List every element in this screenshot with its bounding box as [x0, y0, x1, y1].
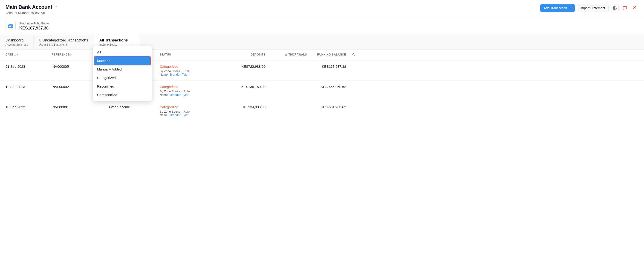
add-transaction-label: Add Transaction: [544, 6, 567, 10]
cell-deposits: KES136,150.00: [226, 85, 266, 89]
svg-point-5: [11, 26, 12, 27]
filter-option-all[interactable]: All: [94, 48, 150, 57]
cell-type: Other Income: [109, 105, 160, 109]
filter-option-matched[interactable]: Matched: [94, 57, 150, 65]
close-icon: [632, 5, 637, 10]
account-number: Account Number: xxxx7890: [6, 11, 57, 15]
tab-uncategorized-title: Uncategorized Transactions: [42, 38, 88, 42]
page-header: Main Bank Account Account Number: xxxx78…: [0, 0, 644, 17]
cell-status: CategorizedBy Zoho Books|RuleName: Brand…: [160, 85, 226, 97]
status-by: By Zoho Books: [160, 90, 180, 93]
view-tabs: Dashboard Account Summary 8 Uncategorize…: [0, 35, 644, 50]
tab-dashboard-sub: Account Summary: [6, 43, 28, 46]
chat-button[interactable]: [621, 4, 629, 12]
status-value: Categorized: [160, 65, 226, 68]
status-value: Categorized: [160, 85, 226, 89]
import-statement-button[interactable]: Import Statement: [577, 4, 608, 12]
cell-reference: INV000001: [52, 105, 109, 109]
caret-down-icon[interactable]: [132, 40, 134, 44]
chat-icon: [622, 6, 627, 10]
uncategorized-count: 8: [39, 38, 42, 42]
status-name-link[interactable]: Brandon Tyler: [170, 93, 188, 97]
filter-option-categorized[interactable]: Categorized: [94, 74, 150, 82]
tab-uncategorized-sub: From Bank Statements: [39, 43, 88, 46]
table-row[interactable]: 18 Sep 2023INV000001Other IncomeCategori…: [0, 101, 644, 121]
status-rule: Rule: [184, 69, 190, 73]
wallet-icon: [6, 21, 16, 31]
status-rule: Rule: [184, 110, 190, 113]
tab-uncategorized[interactable]: 8 Uncategorized Transactions From Bank S…: [34, 35, 94, 50]
col-running[interactable]: Running Balance: [307, 53, 346, 57]
tab-dashboard[interactable]: Dashboard Account Summary: [0, 35, 34, 50]
add-transaction-button[interactable]: Add Transaction: [540, 4, 574, 12]
status-by: By Zoho Books: [160, 110, 180, 113]
filter-option-manually-added[interactable]: Manually Added: [94, 65, 150, 74]
status-name-link[interactable]: Brandon Tyler: [170, 73, 188, 76]
search-icon: [352, 53, 355, 56]
status-name-label: Name:: [160, 73, 168, 76]
gear-icon: [613, 6, 617, 10]
cell-status: CategorizedBy Zoho Books|RuleName: Brand…: [160, 105, 226, 117]
cell-deposits: KES34,038.00: [226, 105, 266, 109]
svg-point-0: [614, 8, 616, 9]
svg-marker-6: [132, 42, 134, 43]
filter-option-unreconciled[interactable]: Unreconciled: [94, 91, 150, 99]
svg-line-8: [354, 55, 354, 56]
col-deposits[interactable]: Deposits: [226, 53, 266, 57]
tab-all-title: All Transactions: [100, 38, 128, 42]
tab-dashboard-title: Dashboard: [6, 38, 28, 42]
cell-date: 18 Sep 2023: [6, 85, 52, 89]
sort-icon: ▲▼: [14, 54, 18, 56]
close-button[interactable]: [631, 5, 638, 11]
cell-date: 18 Sep 2023: [6, 105, 52, 109]
chevron-down-icon: [568, 7, 571, 10]
cell-running: KES-555,050.62: [307, 85, 346, 89]
chevron-down-icon[interactable]: [54, 5, 57, 9]
settings-button[interactable]: [611, 4, 619, 12]
cell-status: CategorizedBy Zoho Books|RuleName: Brand…: [160, 65, 226, 76]
balance-label: Amount in Zoho Books: [19, 22, 50, 25]
table-search[interactable]: [346, 53, 355, 57]
col-withdrawals[interactable]: Withdrawals: [266, 53, 307, 57]
cell-running: KES-691,200.62: [307, 105, 346, 109]
import-statement-label: Import Statement: [580, 6, 605, 10]
cell-deposits: KES722,988.00: [226, 65, 266, 68]
balance-summary: Amount in Zoho Books KES167,937.38: [0, 17, 644, 35]
status-value: Categorized: [160, 105, 226, 109]
account-title[interactable]: Main Bank Account: [6, 4, 52, 10]
balance-value: KES167,937.38: [19, 26, 50, 31]
col-date[interactable]: Date▲▼: [6, 53, 52, 57]
col-status[interactable]: Status: [160, 53, 226, 57]
filter-option-reconciled[interactable]: Reconciled: [94, 82, 150, 91]
status-name-label: Name:: [160, 93, 168, 97]
status-name-label: Name:: [160, 113, 168, 117]
cell-date: 21 Sep 2023: [6, 65, 52, 68]
status-name-link[interactable]: Brandon Tyler: [170, 113, 188, 117]
status-rule: Rule: [184, 90, 190, 93]
filter-dropdown: AllMatchedManually AddedCategorizedRecon…: [93, 46, 152, 101]
svg-point-7: [352, 54, 354, 55]
cell-running: KES167,937.38: [307, 65, 346, 68]
status-by: By Zoho Books: [160, 69, 180, 73]
tab-all-sub: In Zoho Books: [100, 43, 128, 46]
